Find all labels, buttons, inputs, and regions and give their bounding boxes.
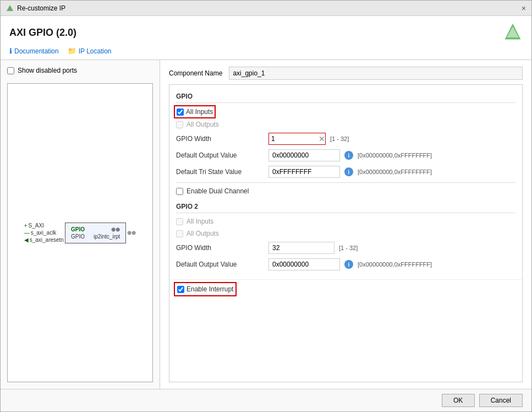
left-panel: Show disabled ports + S_AXI — s_axi_aclk	[1, 60, 160, 389]
gpio2-all-outputs-checkbox	[176, 230, 183, 237]
gpio-width-input[interactable]	[269, 133, 319, 144]
right-panel: Component Name GPIO All Inputs	[160, 60, 531, 389]
default-output-row: Default Output Value i [0x00000000,0xFFF…	[176, 149, 515, 161]
default-output-label: Default Output Value	[176, 151, 264, 159]
title-bar: Re-customize IP ×	[1, 1, 531, 16]
config-scroll-area[interactable]: GPIO All Inputs All Outputs	[169, 84, 523, 382]
gpio-width-input-container: ✕	[268, 133, 326, 145]
all-inputs-label: All Inputs	[186, 108, 213, 116]
default-tri-state-row: Default Tri State Value i [0x00000000,0x…	[176, 166, 515, 178]
footer: OK Cancel	[1, 389, 531, 411]
enable-dual-label: Enable Dual Channel	[187, 187, 249, 195]
close-button[interactable]: ×	[522, 4, 526, 12]
block-diagram-container: + S_AXI — s_axi_aclk ◀ s_axi_aresetn	[24, 223, 136, 243]
gpio-width-label: GPIO Width	[176, 135, 264, 143]
title-bar-left: Re-customize IP	[6, 4, 65, 12]
gpio-section-header: GPIO	[176, 89, 515, 103]
left-ports: + S_AXI — s_axi_aclk ◀ s_axi_aresetn	[24, 223, 64, 243]
enable-interrupt-checkbox[interactable]	[177, 286, 184, 293]
show-disabled-row: Show disabled ports	[7, 67, 153, 74]
component-name-input[interactable]	[229, 67, 523, 80]
show-disabled-checkbox[interactable]	[7, 67, 14, 74]
right-ports: ⊕⊕	[127, 230, 136, 236]
ip-location-link[interactable]: 📁 IP Location	[68, 47, 112, 55]
default-output-info-button[interactable]: i	[344, 151, 353, 160]
default-tri-state-info-button[interactable]: i	[344, 167, 353, 176]
block-gpio-name: GPIO	[71, 234, 85, 240]
gpio2-default-output-input[interactable]	[268, 258, 340, 270]
gpio2-all-inputs-label: All Inputs	[187, 218, 213, 225]
title-text: Re-customize IP	[17, 4, 65, 12]
svg-marker-0	[7, 5, 13, 11]
divider1	[176, 182, 515, 183]
default-tri-state-range: [0x00000000,0xFFFFFFFF]	[358, 169, 432, 175]
block-port-row: GPIO ⊕⊕	[71, 226, 120, 232]
header-section: AXI GPIO (2.0) ℹ Documentation 📁 IP Loca…	[1, 16, 531, 60]
app-header: AXI GPIO (2.0)	[9, 23, 523, 42]
enable-interrupt-highlighted: Enable Interrupt	[176, 284, 234, 294]
gpio-width-row: GPIO Width ✕ [1 - 32]	[176, 133, 515, 145]
gpio2-default-output-row: Default Output Value i [0x00000000,0xFFF…	[176, 258, 515, 270]
cancel-button[interactable]: Cancel	[479, 394, 523, 407]
all-outputs-checkbox	[176, 121, 183, 128]
documentation-label: Documentation	[14, 47, 59, 55]
show-disabled-label: Show disabled ports	[18, 67, 77, 74]
enable-interrupt-label: Enable Interrupt	[187, 285, 233, 293]
all-inputs-highlighted: All Inputs	[176, 107, 213, 116]
bottom-interrupt-section: Enable Interrupt	[169, 279, 522, 299]
main-content: Show disabled ports + S_AXI — s_axi_aclk	[1, 60, 531, 389]
documentation-link[interactable]: ℹ Documentation	[9, 47, 59, 55]
right-port-indicator: ⊕⊕	[127, 230, 136, 236]
gpio2-all-inputs-checkbox	[176, 218, 183, 225]
all-outputs-label: All Outputs	[187, 121, 219, 128]
port-s-axi-aresetn: ◀ s_axi_aresetn	[24, 237, 64, 243]
default-output-input[interactable]	[268, 149, 340, 161]
config-content: GPIO All Inputs All Outputs	[169, 85, 522, 279]
enable-dual-checkbox[interactable]	[176, 188, 183, 195]
gpio2-width-input[interactable]	[268, 242, 334, 254]
block-center: GPIO ⊕⊕ GPIO ip2intc_irpt	[65, 223, 126, 243]
all-inputs-row: All Inputs	[176, 107, 515, 116]
gpio2-width-range: [1 - 32]	[339, 245, 358, 251]
gpio2-default-output-info-button[interactable]: i	[344, 260, 353, 269]
ok-button[interactable]: OK	[442, 394, 475, 407]
gpio2-all-outputs-label: All Outputs	[187, 230, 219, 237]
gpio2-all-inputs-row: All Inputs	[176, 218, 515, 225]
doc-icon: ℹ	[9, 47, 12, 55]
block-gpio-label: GPIO	[71, 226, 85, 232]
component-diagram: + S_AXI — s_axi_aclk ◀ s_axi_aresetn	[7, 83, 153, 382]
dialog: Re-customize IP × AXI GPIO (2.0) ℹ Docum…	[0, 0, 532, 412]
ip-location-label: IP Location	[79, 47, 112, 55]
block-port-row-2: GPIO ip2intc_irpt	[71, 234, 120, 240]
enable-dual-row: Enable Dual Channel	[176, 187, 515, 195]
gpio-width-clear-button[interactable]: ✕	[319, 134, 325, 143]
gpio-width-range: [1 - 32]	[330, 135, 349, 142]
gpio2-width-row: GPIO Width [1 - 32]	[176, 242, 515, 254]
location-icon: 📁	[68, 47, 76, 55]
app-title: AXI GPIO (2.0)	[9, 27, 76, 39]
app-logo	[503, 23, 523, 42]
nav-links: ℹ Documentation 📁 IP Location	[9, 47, 523, 55]
component-name-label: Component Name	[169, 69, 222, 77]
default-tri-state-input[interactable]	[268, 166, 340, 178]
port-s-axi-aclk: — s_axi_aclk	[24, 230, 64, 236]
app-title-icon	[6, 4, 14, 12]
port-s-axi: + S_AXI	[24, 223, 64, 229]
gpio2-width-label: GPIO Width	[176, 244, 264, 252]
block-gpio-right: ⊕⊕	[111, 226, 120, 232]
default-output-range: [0x00000000,0xFFFFFFFF]	[358, 152, 432, 159]
gpio2-default-output-label: Default Output Value	[176, 261, 264, 268]
gpio2-section-header: GPIO 2	[176, 199, 515, 213]
default-tri-state-label: Default Tri State Value	[176, 168, 264, 176]
gpio2-default-output-range: [0x00000000,0xFFFFFFFF]	[358, 261, 432, 268]
all-inputs-checkbox[interactable]	[177, 109, 184, 116]
all-outputs-row: All Outputs	[176, 121, 515, 128]
block-irpt: ip2intc_irpt	[94, 234, 120, 240]
gpio2-all-outputs-row: All Outputs	[176, 230, 515, 237]
component-name-row: Component Name	[169, 67, 523, 80]
